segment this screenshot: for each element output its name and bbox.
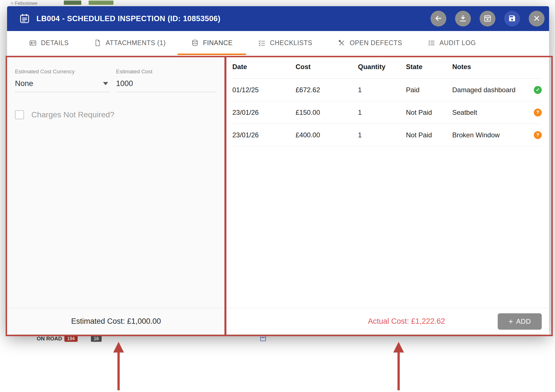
tab-label: CHECKLISTS — [270, 39, 312, 47]
cell-notes: Broken Window — [452, 131, 528, 139]
plus-icon: + — [508, 318, 513, 325]
column-header-cost: Cost — [296, 63, 358, 71]
actual-cost-footer: Actual Cost: £1,222.62 + ADD — [225, 308, 549, 334]
tab-label: OPEN DEFECTS — [350, 39, 402, 47]
file-icon — [94, 39, 101, 47]
tab-label: ATTACHMENTS (1) — [106, 39, 166, 47]
row-status-icon: ✓ — [534, 86, 542, 94]
tab-checklists[interactable]: CHECKLISTS — [258, 31, 312, 55]
cell-quantity: 1 — [358, 109, 406, 116]
background-table-cell — [89, 1, 113, 5]
cell-quantity: 1 — [358, 131, 406, 139]
finance-content: Estimated Cost Currency None Estimated C… — [7, 55, 549, 334]
estimated-cost-panel: Estimated Cost Currency None Estimated C… — [7, 55, 225, 334]
column-header-quantity: Quantity — [358, 63, 406, 71]
row-status-icon: ? — [534, 109, 542, 116]
table-header-row: Date Cost Quantity State Notes — [232, 55, 542, 79]
background-row-label: ON ROAD — [37, 336, 62, 342]
cost-field-label: Estimated Cost — [116, 69, 216, 75]
tab-details[interactable]: DETAILS — [29, 31, 69, 55]
tab-audit-log[interactable]: AUDIT LOG — [428, 31, 476, 55]
close-icon — [533, 14, 541, 23]
cell-state: Not Paid — [406, 131, 452, 139]
tab-label: AUDIT LOG — [440, 39, 476, 47]
save-icon — [508, 14, 516, 23]
estimated-cost-total: Estimated Cost: £1,000.00 — [71, 317, 161, 326]
estimated-cost-footer: Estimated Cost: £1,000.00 — [7, 308, 225, 334]
cell-cost: £672.62 — [296, 86, 358, 94]
assignment-icon — [19, 13, 30, 24]
tab-attachments[interactable]: ATTACHMENTS (1) — [94, 31, 166, 55]
charges-table: Date Cost Quantity State Notes 01/12/25 … — [225, 55, 549, 308]
table-row[interactable]: 01/12/25 £672.62 1 Paid Damaged dashboar… — [232, 79, 542, 101]
cell-state: Paid — [406, 86, 452, 94]
background-calendar-icon — [260, 336, 266, 341]
background-count-badge: 194 — [64, 336, 78, 342]
currency-select[interactable]: None — [15, 79, 110, 92]
close-button[interactable] — [529, 11, 545, 27]
chevron-down-icon — [103, 82, 108, 85]
discard-event-button[interactable] — [480, 11, 495, 27]
back-arrow-icon — [434, 14, 443, 23]
actual-cost-total: Actual Cost: £1,222.62 — [368, 317, 445, 326]
cell-date: 23/01/26 — [232, 131, 296, 139]
add-button-label: ADD — [516, 318, 531, 325]
currency-field-label: Estimated Cost Currency — [15, 69, 110, 75]
id-card-icon — [29, 39, 37, 47]
modal-title: LB004 - SCHEDULED INSPECTION (ID: 108535… — [36, 14, 220, 23]
tab-label: DETAILS — [41, 39, 69, 47]
row-status-icon: ? — [534, 131, 542, 139]
column-header-notes: Notes — [452, 63, 528, 71]
cell-notes: Damaged dashboard — [452, 86, 528, 94]
tools-icon — [338, 39, 346, 47]
charges-not-required-checkbox[interactable] — [15, 110, 24, 119]
modal-header: LB004 - SCHEDULED INSPECTION (ID: 108535… — [7, 6, 549, 31]
cell-date: 23/01/26 — [232, 109, 296, 116]
background-breadcrumb: > Felixstowe — [11, 1, 38, 6]
tab-finance[interactable]: FINANCE — [191, 31, 233, 55]
cell-date: 01/12/25 — [232, 86, 296, 94]
download-button[interactable] — [455, 11, 471, 27]
cell-quantity: 1 — [358, 86, 406, 94]
header-buttons — [431, 11, 545, 27]
tab-label: FINANCE — [203, 39, 233, 47]
cell-cost: £400.00 — [296, 131, 358, 139]
annotation-arrow-left — [110, 342, 128, 390]
checklist-icon — [258, 39, 266, 47]
coins-icon — [191, 39, 199, 47]
cell-notes: Seatbelt — [452, 109, 528, 116]
download-icon — [459, 14, 467, 23]
calendar-x-icon — [483, 14, 492, 23]
table-row[interactable]: 23/01/26 £150.00 1 Not Paid Seatbelt ? — [232, 101, 542, 124]
currency-select-value: None — [15, 79, 33, 88]
charges-panel: Date Cost Quantity State Notes 01/12/25 … — [225, 55, 549, 334]
column-header-state: State — [406, 63, 452, 71]
background-count-badge: 16 — [91, 336, 102, 342]
back-button[interactable] — [431, 11, 446, 27]
cell-state: Not Paid — [406, 109, 452, 116]
list-icon — [428, 39, 435, 47]
cell-cost: £150.00 — [296, 109, 358, 116]
add-charge-button[interactable]: + ADD — [498, 313, 542, 330]
annotation-arrow-right — [390, 342, 408, 390]
inspection-modal: LB004 - SCHEDULED INSPECTION (ID: 108535… — [7, 6, 549, 334]
save-button[interactable] — [504, 11, 520, 27]
tab-bar: DETAILS ATTACHMENTS (1) FINANCE — [7, 31, 549, 55]
estimated-cost-input[interactable] — [116, 79, 216, 92]
table-row[interactable]: 23/01/26 £400.00 1 Not Paid Broken Windo… — [232, 124, 542, 146]
column-header-date: Date — [232, 63, 296, 71]
tab-open-defects[interactable]: OPEN DEFECTS — [338, 31, 402, 55]
charges-not-required-label: Charges Not Required? — [31, 110, 114, 119]
background-bottom-strip: ON ROAD 194 16 — [0, 336, 555, 342]
background-table-cell — [64, 1, 81, 5]
